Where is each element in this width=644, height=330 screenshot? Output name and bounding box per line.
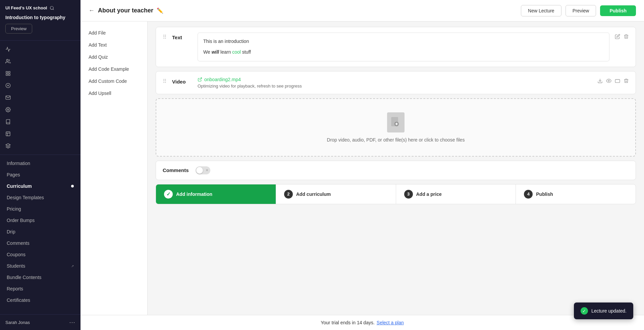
svg-rect-11 [6, 132, 10, 136]
toast-notification: ✓ Lecture updated. [574, 302, 633, 319]
comments-toggle[interactable]: ✕ [196, 166, 210, 174]
step-4-number: 4 [524, 190, 533, 199]
delete-video-icon[interactable] [624, 78, 629, 85]
svg-rect-4 [8, 71, 10, 73]
topbar: ← About your teacher ✏️ New Lecture Prev… [80, 0, 644, 21]
back-button[interactable]: ← [89, 7, 95, 14]
publish-button[interactable]: Publish [600, 5, 636, 16]
add-code-example-item[interactable]: Add Code Example [80, 63, 147, 75]
sidebar-item-students[interactable]: Students ↗ [0, 260, 80, 272]
sidebar-item-bundle-contents[interactable]: Bundle Contents [0, 272, 80, 283]
captions-video-icon[interactable] [615, 78, 620, 85]
sidebar-nav: Information Pages Curriculum Design Temp… [0, 155, 80, 314]
comments-label: Comments [163, 167, 189, 173]
step-add-curriculum[interactable]: 2 Add curriculum [276, 184, 396, 204]
sidebar-username: Sarah Jonas [5, 320, 30, 325]
preview-button[interactable]: Preview [566, 5, 596, 16]
text-block-body: This is an introduction We will learn co… [198, 33, 609, 61]
step-3-number: 3 [404, 190, 413, 199]
file-drop-zone[interactable]: Drop video, audio, PDF, or other file(s)… [156, 98, 636, 157]
text-block-label: Text [172, 35, 192, 40]
sidebar-icon-analytics[interactable] [0, 43, 80, 55]
add-upsell-item[interactable]: Add Upsell [80, 87, 147, 99]
sidebar-item-drip[interactable]: Drip [0, 226, 80, 237]
sidebar-item-pages[interactable]: Pages [0, 169, 80, 180]
download-video-icon[interactable] [597, 78, 603, 85]
svg-rect-5 [8, 74, 10, 76]
svg-line-14 [200, 77, 202, 79]
sidebar-icon-revenue[interactable] [0, 79, 80, 92]
svg-rect-3 [6, 71, 8, 73]
add-quiz-item[interactable]: Add Quiz [80, 51, 147, 63]
video-block-body: onboarding2.mp4 Optimizing video for pla… [198, 77, 592, 89]
sidebar-item-design-templates[interactable]: Design Templates [0, 192, 80, 203]
topbar-right: New Lecture Preview Publish [521, 5, 636, 16]
toggle-x-icon: ✕ [206, 168, 208, 172]
delete-text-icon[interactable] [624, 34, 629, 41]
sidebar-icon-users[interactable] [0, 55, 80, 67]
drop-file-icon [387, 112, 405, 132]
select-plan-link[interactable]: Select a plan [377, 320, 404, 325]
text-content-area: This is an introduction We will learn co… [198, 33, 609, 61]
svg-line-1 [53, 9, 54, 10]
text-line-1: This is an introduction [203, 38, 604, 46]
steps-progress-bar: ✓ Add information 2 Add curriculum 3 Add… [156, 184, 636, 204]
sidebar-item-comments[interactable]: Comments [0, 237, 80, 249]
text-line-2: We will learn cool stuff [203, 48, 604, 56]
sidebar-icon-dashboard[interactable] [0, 67, 80, 79]
svg-rect-17 [615, 79, 620, 82]
main-area: ← About your teacher ✏️ New Lecture Prev… [80, 0, 644, 330]
sidebar-bottom: Sarah Jonas ⋯ [0, 314, 80, 330]
drag-handle-video[interactable]: ⠿ [163, 78, 167, 85]
svg-point-0 [50, 6, 53, 9]
video-block-actions [597, 78, 629, 85]
step-check-icon: ✓ [164, 190, 173, 199]
svg-point-10 [7, 109, 9, 110]
edit-text-icon[interactable] [615, 34, 620, 41]
sidebar-icon-plugins[interactable] [0, 140, 80, 152]
sidebar-item-information[interactable]: Information [0, 158, 80, 169]
sidebar-icon-reports2[interactable] [0, 128, 80, 140]
sidebar: UI Feed's UX school Introduction to typo… [0, 0, 80, 330]
svg-point-16 [608, 80, 609, 81]
sidebar-item-reports[interactable]: Reports [0, 283, 80, 294]
sidebar-item-pricing[interactable]: Pricing [0, 203, 80, 215]
sidebar-icon-library[interactable] [0, 116, 80, 128]
sidebar-item-certificates[interactable]: Certificates [0, 294, 80, 306]
add-file-item[interactable]: Add File [80, 27, 147, 39]
new-lecture-button[interactable]: New Lecture [521, 5, 561, 16]
sidebar-icon-rows [0, 41, 80, 155]
right-content: ⠿ Text This is an introduction We will l… [148, 21, 644, 315]
sidebar-item-curriculum[interactable]: Curriculum [0, 180, 80, 192]
sidebar-item-coupons[interactable]: Coupons [0, 249, 80, 260]
content-area: Add File Add Text Add Quiz Add Code Exam… [80, 21, 644, 315]
trial-bar: Your trial ends in 14 days. Select a pla… [80, 315, 644, 330]
sidebar-top: UI Feed's UX school Introduction to typo… [0, 0, 80, 41]
video-subtitle: Optimizing video for playback, refresh t… [198, 84, 592, 89]
edit-title-icon[interactable]: ✏️ [157, 7, 163, 14]
sidebar-icon-settings[interactable] [0, 104, 80, 116]
more-options-icon[interactable]: ⋯ [69, 319, 75, 326]
school-name: UI Feed's UX school [5, 5, 75, 10]
sidebar-preview-button[interactable]: Preview [5, 24, 32, 34]
step-add-information[interactable]: ✓ Add information [156, 184, 276, 204]
video-content-block: ⠿ Video onboarding2.mp4 Optimizing video… [156, 71, 636, 94]
add-text-item[interactable]: Add Text [80, 39, 147, 51]
step-publish[interactable]: 4 Publish [516, 184, 636, 204]
step-add-price[interactable]: 3 Add a price [396, 184, 516, 204]
sidebar-icon-mail[interactable] [0, 92, 80, 104]
toggle-knob [196, 167, 203, 174]
sidebar-item-order-bumps[interactable]: Order Bumps [0, 215, 80, 226]
trial-text: Your trial ends in 14 days. [321, 320, 375, 325]
text-block-actions [615, 34, 629, 41]
video-block-label: Video [172, 79, 192, 85]
video-filename-link[interactable]: onboarding2.mp4 [198, 77, 592, 82]
comments-section: Comments ✕ [156, 161, 636, 180]
bold-word: will [212, 49, 219, 55]
course-name: Introduction to typography [5, 14, 75, 20]
preview-video-icon[interactable] [606, 78, 611, 85]
add-custom-code-item[interactable]: Add Custom Code [80, 75, 147, 87]
svg-rect-6 [6, 74, 8, 76]
drag-handle-text[interactable]: ⠿ [163, 34, 167, 40]
step-2-number: 2 [284, 190, 293, 199]
